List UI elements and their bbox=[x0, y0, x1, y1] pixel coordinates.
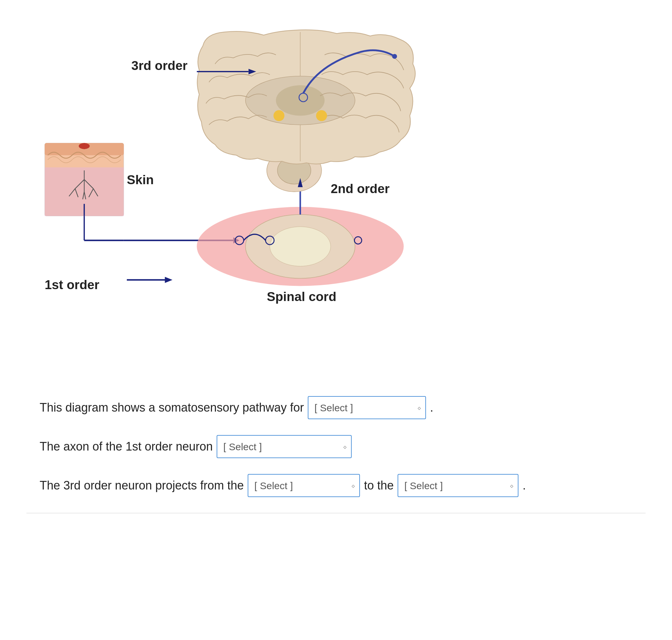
question-1-period: . bbox=[430, 398, 433, 417]
svg-marker-35 bbox=[165, 277, 172, 283]
svg-text:Spinal cord: Spinal cord bbox=[267, 290, 337, 304]
svg-point-23 bbox=[392, 54, 397, 59]
question-2-select-wrapper: [ Select ] decussates in spinal cord doe… bbox=[217, 435, 352, 458]
question-3-select2[interactable]: [ Select ] somatosensory cortex motor co… bbox=[398, 474, 518, 497]
svg-text:1st order: 1st order bbox=[45, 278, 99, 292]
question-2-row: The axon of the 1st order neuron [ Selec… bbox=[40, 435, 646, 458]
main-container: 3rd order 2nd order Skin 1st order Spina… bbox=[0, 0, 672, 540]
svg-point-26 bbox=[273, 110, 284, 121]
question-2-select[interactable]: [ Select ] decussates in spinal cord doe… bbox=[217, 435, 352, 458]
question-2-text: The axon of the 1st order neuron bbox=[40, 437, 213, 456]
question-3-select1[interactable]: [ Select ] thalamus spinal cord medulla … bbox=[248, 474, 360, 497]
question-1-text: This diagram shows a somatosensory pathw… bbox=[40, 398, 304, 417]
svg-point-12 bbox=[270, 227, 331, 266]
question-1-select-wrapper: [ Select ] fine touch pain and temperatu… bbox=[308, 396, 426, 419]
svg-text:3rd order: 3rd order bbox=[131, 58, 188, 73]
question-1-select[interactable]: [ Select ] fine touch pain and temperatu… bbox=[308, 396, 426, 419]
questions-area: This diagram shows a somatosensory pathw… bbox=[26, 390, 646, 497]
question-3-select1-wrapper: [ Select ] thalamus spinal cord medulla … bbox=[248, 474, 360, 497]
question-3-select2-wrapper: [ Select ] somatosensory cortex motor co… bbox=[398, 474, 518, 497]
question-3-middle-text: to the bbox=[364, 476, 394, 495]
svg-text:2nd order: 2nd order bbox=[331, 181, 389, 196]
question-3-text: The 3rd order neuron projects from the bbox=[40, 476, 244, 495]
question-3-row: The 3rd order neuron projects from the [… bbox=[40, 474, 646, 497]
svg-point-27 bbox=[316, 110, 327, 121]
svg-text:Skin: Skin bbox=[127, 173, 154, 187]
diagram-area: 3rd order 2nd order Skin 1st order Spina… bbox=[26, 13, 646, 376]
question-1-row: This diagram shows a somatosensory pathw… bbox=[40, 396, 646, 419]
question-3-period: . bbox=[523, 476, 526, 495]
